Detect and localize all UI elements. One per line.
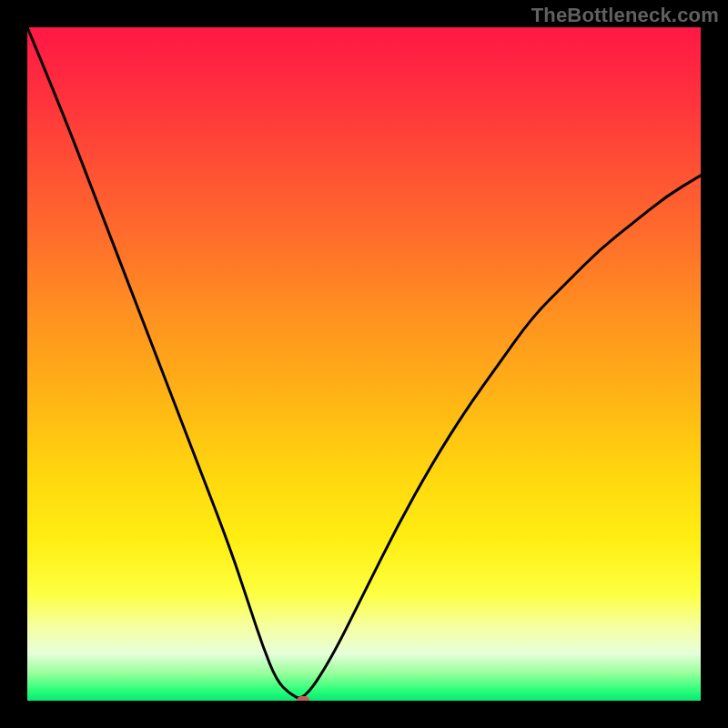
bottleneck-curve	[27, 27, 701, 701]
chart-frame: TheBottleneck.com	[0, 0, 728, 728]
plot-area	[27, 27, 701, 701]
watermark-text: TheBottleneck.com	[531, 4, 719, 27]
optimal-point-marker	[297, 696, 309, 701]
